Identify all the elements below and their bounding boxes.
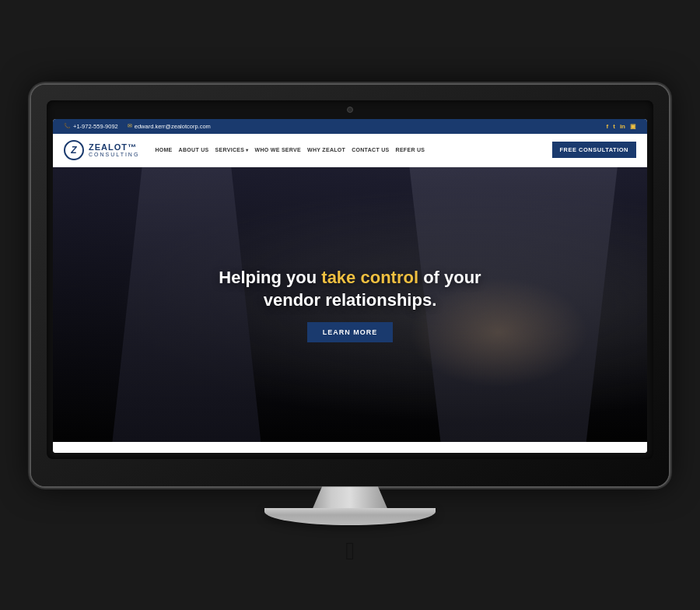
monitor-shell: 📞 +1-972-559-9092 ✉ edward.kerr@zealotco…	[31, 85, 669, 487]
white-strip	[53, 442, 647, 453]
apple-logo-icon: 	[345, 537, 355, 566]
free-consultation-button[interactable]: FREE CONSULTATION	[552, 142, 637, 158]
nav-contact[interactable]: CONTACT US	[352, 147, 389, 152]
logo-letter: Z	[71, 145, 76, 156]
phone-icon: 📞	[64, 123, 71, 129]
instagram-icon[interactable]: ▣	[630, 123, 636, 130]
logo-text: ZEALOT™ CONSULTING	[89, 142, 139, 158]
stand-base	[264, 508, 436, 525]
logo[interactable]: Z ZEALOT™ CONSULTING	[64, 140, 139, 160]
hero-heading-line2: vendor relationships.	[264, 290, 437, 310]
logo-circle: Z	[64, 140, 84, 160]
facebook-icon[interactable]: f	[607, 123, 609, 130]
phone-number: +1-972-559-9092	[73, 123, 118, 130]
nav-who-we-serve[interactable]: WHO WE SERVE	[255, 147, 301, 152]
hero-heading-highlight: take control	[321, 268, 418, 287]
website: 📞 +1-972-559-9092 ✉ edward.kerr@zealotco…	[53, 119, 647, 454]
nav-links: HOME ABOUT US SERVICES WHO WE SERVE WHY …	[155, 147, 544, 152]
phone-contact: 📞 +1-972-559-9092	[64, 123, 118, 130]
nav-about[interactable]: ABOUT US	[179, 147, 209, 152]
social-icons: f t in ▣	[607, 123, 636, 130]
screen-bezel: 📞 +1-972-559-9092 ✉ edward.kerr@zealotco…	[47, 100, 653, 460]
nav-home[interactable]: HOME	[155, 147, 172, 152]
linkedin-icon[interactable]: in	[620, 123, 625, 130]
camera-dot	[347, 107, 353, 113]
logo-title: ZEALOT™	[89, 142, 139, 152]
nav-services[interactable]: SERVICES	[215, 147, 249, 152]
email-contact: ✉ edward.kerr@zealotcorp.com	[128, 123, 211, 130]
learn-more-button[interactable]: LEARN MORE	[307, 322, 394, 342]
monitor-stand: 	[31, 486, 669, 525]
email-address: edward.kerr@zealotcorp.com	[135, 123, 211, 130]
nav-refer[interactable]: REFER US	[396, 147, 425, 152]
nav-why-zealot[interactable]: WHY ZEALOT	[307, 147, 345, 152]
hero-heading-part2: of your	[418, 268, 481, 287]
navbar: Z ZEALOT™ CONSULTING HOME ABOUT US SERVI…	[53, 134, 647, 167]
screen-content: 📞 +1-972-559-9092 ✉ edward.kerr@zealotco…	[53, 119, 647, 454]
email-icon: ✉	[128, 123, 132, 129]
hero-section: Helping you take control of your vendor …	[53, 167, 647, 443]
twitter-icon[interactable]: t	[613, 123, 615, 130]
top-bar: 📞 +1-972-559-9092 ✉ edward.kerr@zealotco…	[53, 119, 647, 134]
stand-neck	[303, 486, 397, 508]
hero-content: Helping you take control of your vendor …	[203, 251, 496, 358]
monitor-display: 📞 +1-972-559-9092 ✉ edward.kerr@zealotco…	[31, 85, 669, 526]
logo-subtitle: CONSULTING	[89, 152, 139, 158]
hero-heading: Helping you take control of your vendor …	[219, 267, 481, 311]
top-bar-left: 📞 +1-972-559-9092 ✉ edward.kerr@zealotco…	[64, 123, 211, 130]
hero-heading-part1: Helping you	[219, 268, 321, 287]
